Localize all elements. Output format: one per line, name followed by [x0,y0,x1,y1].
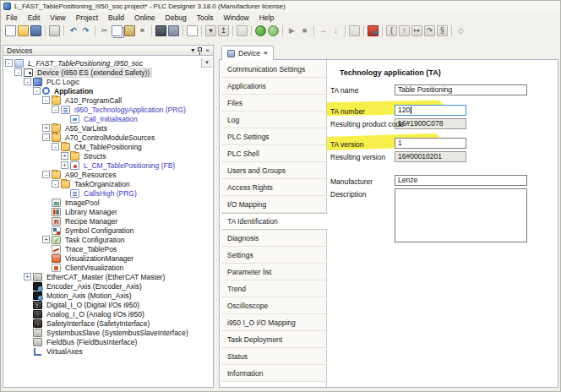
step-over-icon[interactable]: → [318,25,329,36]
show-next-statement-icon[interactable]: § [437,25,448,36]
tree-item[interactable]: VisualizationManager [3,253,213,263]
paste-icon[interactable] [124,25,135,36]
cut-icon[interactable]: ✂ [99,25,110,36]
object-catalog-icon[interactable]: ▾ [205,25,216,36]
editor-tab-plc-shell[interactable]: PLC Shell [221,145,326,162]
tree-item[interactable]: SafetyInterface (SafetyInterface) [3,318,213,328]
tree-item[interactable]: ImagePool [3,198,213,207]
ta-version-input[interactable]: 1 [395,138,466,149]
editor-tab-access-rights[interactable]: Access Rights [221,179,326,196]
save-icon[interactable] [30,25,41,36]
logout-icon[interactable] [268,25,279,36]
tree-item[interactable]: -i950_TechnologyApplication (PRG) [3,105,213,114]
tree-item[interactable]: -L_FAST_TablePositioning_i950_soc [3,58,213,68]
tree-dropdown-icon[interactable]: ▾ [201,58,212,68]
monitoring-icon[interactable] [349,25,360,36]
tab-device[interactable]: Device × [221,46,274,60]
menu-tools[interactable]: Tools [192,14,219,22]
tree-item[interactable]: -TaskOrganization [3,179,213,188]
scan-devices-icon[interactable] [237,25,248,36]
editor-tab-diagnosis[interactable]: Diagnosis [221,230,326,247]
collapse-icon[interactable]: - [24,78,31,85]
pin-icon[interactable] [198,47,202,52]
expand-icon[interactable]: + [61,161,68,169]
start-icon[interactable]: ▶ [286,25,297,36]
menu-view[interactable]: View [45,14,70,22]
tree-item[interactable]: -CM_TablePositioning [3,142,213,151]
tree-item[interactable]: Library Manager [3,207,213,216]
editor-tab-ta-identification[interactable]: TA Identification [221,213,328,230]
tree-item[interactable]: Trace_TablePos [3,244,213,253]
set-next-statement-icon[interactable]: ↷ [424,25,435,36]
menu-window[interactable]: Window [219,14,254,22]
tree-item[interactable]: +Structs [3,151,213,161]
ta-number-input[interactable]: 120 [395,105,466,116]
tree-item[interactable]: Digital_I_O (Digital I/Os i950) [3,300,213,309]
collapse-icon[interactable]: - [42,96,50,104]
compare-objects-icon[interactable] [187,25,198,36]
editor-tab-parameter-list[interactable]: Parameter list [221,264,326,280]
editor-tab-settings[interactable]: Settings [221,247,326,264]
copy-icon[interactable] [112,25,123,36]
tree-item[interactable]: +L_CM_TablePositioning (FB) [3,161,213,170]
find-replace-icon[interactable] [155,25,166,36]
run-to-cursor-icon[interactable]: ↦ [411,25,422,36]
menu-debug[interactable]: Debug [161,14,192,22]
editor-tab-trend[interactable]: Trend [221,280,326,297]
tree-item[interactable]: ClientVisualization [3,263,213,272]
tree-item[interactable]: +Task Configuration [3,235,213,244]
collapse-icon[interactable]: - [33,87,41,95]
editor-tab-information[interactable]: Information [221,365,326,382]
editor-tab-oscilloscope[interactable]: Oscilloscope [221,297,326,314]
collapse-icon[interactable]: - [52,106,59,113]
tree-item[interactable]: Encoder_Axis (Encoder_Axis) [3,281,213,291]
step-out-icon[interactable]: ↑ [399,25,410,36]
tree-item[interactable]: -PLC Logic [3,77,213,86]
expand-icon[interactable]: + [61,152,68,160]
breakpoints-icon[interactable]: { [386,25,397,36]
menu-build[interactable]: Build [103,14,129,22]
tree-item[interactable]: +A55_VarLists [3,123,213,133]
collapse-icon[interactable]: - [42,171,50,178]
tree-item[interactable]: SystembusSlave (SystembusSlaveInterface) [3,328,213,337]
collapse-icon[interactable]: - [42,133,50,141]
editor-tab-log[interactable]: Log [221,112,326,128]
collapse-icon[interactable]: - [52,180,59,188]
new-file-icon[interactable] [5,25,16,36]
open-project-icon[interactable] [18,25,29,36]
editor-tab-i-o-mapping[interactable]: I/O Mapping [221,196,326,213]
delete-icon[interactable]: × [137,25,148,36]
tree-item[interactable]: -A10_ProgramCall [3,95,213,105]
expand-icon[interactable]: + [24,273,31,280]
tree-item[interactable]: Analog_I_O (Analog I/Os i950) [3,309,213,318]
menu-online[interactable]: Online [129,14,161,22]
redo-icon[interactable]: ↷ [80,25,91,36]
collapse-icon[interactable]: - [52,143,59,150]
stop-icon[interactable]: ■ [299,25,310,36]
panel-menu-icon[interactable]: ▾ [191,47,194,54]
tree-item[interactable]: -Application [3,86,213,95]
step-into-icon[interactable]: ↓ [330,25,341,36]
flow-control-icon[interactable]: ◇ [455,25,466,36]
tab-close-icon[interactable]: × [264,50,268,57]
editor-tab-applications[interactable]: Applications [221,78,326,95]
login-icon[interactable] [255,25,266,36]
tree-item[interactable]: Motion_Axis (Motion_Axis) [3,291,213,300]
tree-item[interactable]: VirtualAxes [3,346,213,356]
collapse-icon[interactable]: - [5,59,13,67]
tree-item[interactable]: Recipe Manager [3,216,213,226]
editor-tab-files[interactable]: Files [221,95,326,112]
description-textarea[interactable] [395,188,527,242]
tree-item[interactable]: CallsHigh (PRG) [3,188,213,198]
editor-tab-users-and-groups[interactable]: Users and Groups [221,162,326,179]
tree-item[interactable]: FieldBus (FieldBusInterface) [3,337,213,346]
expand-icon[interactable]: + [42,124,50,132]
tree-item[interactable]: Symbol Configuration [3,226,213,235]
undo-icon[interactable]: ↶ [68,25,79,36]
expand-icon[interactable]: + [42,236,50,243]
manufacturer-input[interactable]: Lenze [395,175,527,186]
print-icon[interactable] [49,25,60,36]
editor-tab-communication-settings[interactable]: Communication Settings [221,61,326,78]
ta-name-input[interactable]: Table Positioning [395,84,527,95]
editor-tab-i950-i-o-i-o-mapping[interactable]: i950 I_O I/O Mapping [221,314,326,331]
